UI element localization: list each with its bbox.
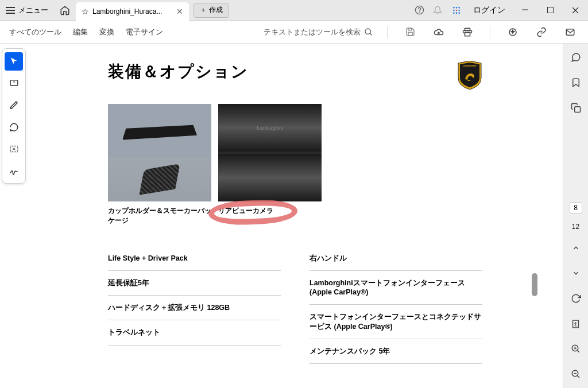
svg-point-9 bbox=[456, 12, 458, 14]
sign-tool[interactable] bbox=[5, 161, 23, 180]
svg-rect-18 bbox=[408, 32, 412, 36]
text-tool[interactable]: A bbox=[5, 139, 23, 158]
svg-rect-23 bbox=[10, 80, 18, 85]
undo-icon bbox=[9, 122, 19, 132]
svg-rect-17 bbox=[408, 28, 411, 30]
help-button[interactable] bbox=[410, 0, 428, 21]
minimize-button[interactable] bbox=[512, 0, 537, 21]
svg-point-3 bbox=[456, 7, 458, 9]
bookmarks-button[interactable] bbox=[568, 75, 584, 91]
copy-button[interactable] bbox=[568, 100, 584, 116]
hamburger-icon bbox=[6, 7, 15, 14]
help-icon bbox=[415, 5, 424, 15]
cursor-icon bbox=[9, 57, 18, 66]
search-box[interactable]: テキストまたはツールを検索 bbox=[264, 27, 373, 37]
document-viewport[interactable]: 装備＆オプション LAMBORGHINI Lamborghini bbox=[28, 44, 563, 388]
create-button[interactable]: ＋ 作成 bbox=[194, 3, 229, 18]
sparkle-icon bbox=[508, 27, 518, 37]
option-images-row: Lamborghini bbox=[108, 104, 482, 201]
tab-title: Lamborghini_Huraca... bbox=[92, 7, 173, 15]
page-down-button[interactable] bbox=[568, 265, 584, 281]
options-col-right: 右ハンドル Lamborghiniスマートフォンインターフェース (Apple … bbox=[310, 246, 482, 364]
plus-icon: ＋ bbox=[200, 5, 207, 15]
svg-line-16 bbox=[370, 33, 372, 35]
chevron-down-icon bbox=[572, 269, 580, 277]
star-icon: ☆ bbox=[82, 7, 89, 16]
current-page-input[interactable]: 8 bbox=[570, 202, 582, 214]
bookmark-icon bbox=[571, 77, 581, 88]
maximize-icon bbox=[547, 7, 554, 13]
home-button[interactable] bbox=[54, 0, 76, 21]
rotate-icon bbox=[571, 293, 581, 304]
comments-panel-button[interactable] bbox=[568, 49, 584, 65]
right-toolbar: 8 12 bbox=[563, 44, 588, 388]
search-placeholder: テキストまたはツールを検索 bbox=[264, 27, 361, 37]
total-pages: 12 bbox=[572, 223, 579, 231]
svg-line-30 bbox=[577, 350, 579, 352]
menu-label: メニュー bbox=[18, 5, 48, 15]
zoom-out-icon bbox=[571, 369, 581, 379]
link-icon bbox=[536, 27, 547, 37]
home-icon bbox=[60, 5, 70, 15]
rotate-button[interactable] bbox=[568, 290, 584, 306]
esign-link[interactable]: 電子サイン bbox=[126, 27, 163, 37]
signature-icon bbox=[9, 166, 19, 176]
svg-point-10 bbox=[458, 12, 460, 14]
svg-point-1 bbox=[419, 12, 420, 13]
save-icon bbox=[405, 27, 415, 37]
convert-link[interactable]: 変換 bbox=[99, 27, 114, 37]
cupholder-caption: カップホルダー＆スモーカーパッケージ bbox=[108, 206, 211, 226]
svg-point-7 bbox=[458, 9, 460, 11]
svg-text:LAMBORGHINI: LAMBORGHINI bbox=[463, 65, 477, 67]
svg-point-8 bbox=[453, 12, 455, 14]
document-page: 装備＆オプション LAMBORGHINI Lamborghini bbox=[28, 44, 563, 381]
chevron-up-icon bbox=[572, 244, 580, 252]
option-item: 右ハンドル bbox=[310, 246, 482, 271]
notification-button[interactable] bbox=[428, 0, 447, 21]
undo-tool[interactable] bbox=[5, 118, 23, 136]
svg-line-34 bbox=[577, 375, 579, 378]
options-col-left: Life Style + Driver Pack 延長保証5年 ハードディスク＋… bbox=[108, 246, 281, 364]
comment-tool[interactable] bbox=[5, 74, 23, 92]
page-up-button[interactable] bbox=[568, 240, 584, 256]
print-button[interactable] bbox=[459, 27, 476, 37]
close-icon bbox=[572, 7, 579, 14]
login-button[interactable]: ログイン bbox=[466, 5, 512, 15]
draw-tool[interactable] bbox=[5, 96, 23, 114]
option-item: Lamborghiniスマートフォンインターフェース (Apple CarPla… bbox=[310, 271, 482, 305]
maximize-button[interactable] bbox=[537, 0, 563, 21]
ai-button[interactable] bbox=[504, 27, 521, 37]
select-tool[interactable] bbox=[5, 52, 23, 71]
option-item: 延長保証5年 bbox=[108, 271, 281, 296]
svg-point-15 bbox=[365, 29, 370, 34]
menu-button[interactable]: メニュー bbox=[0, 0, 54, 21]
tab-close-button[interactable]: ✕ bbox=[176, 7, 183, 16]
copy-icon bbox=[571, 103, 581, 113]
apps-button[interactable] bbox=[447, 0, 466, 21]
zoom-in-button[interactable] bbox=[568, 341, 584, 357]
grid-icon bbox=[452, 6, 461, 15]
save-button[interactable] bbox=[401, 27, 419, 37]
svg-point-2 bbox=[453, 7, 455, 9]
svg-rect-20 bbox=[465, 32, 470, 36]
cloud-button[interactable] bbox=[430, 27, 447, 37]
chat-icon bbox=[571, 52, 581, 63]
text-box-icon: A bbox=[9, 144, 19, 154]
svg-point-6 bbox=[456, 9, 458, 11]
page-fit-button[interactable] bbox=[568, 316, 584, 332]
svg-rect-27 bbox=[574, 107, 580, 112]
mail-button[interactable] bbox=[562, 27, 579, 37]
create-label: 作成 bbox=[209, 5, 223, 15]
document-tab[interactable]: ☆ Lamborghini_Huraca... ✕ bbox=[76, 2, 189, 21]
titlebar: メニュー ☆ Lamborghini_Huraca... ✕ ＋ 作成 ログイン bbox=[0, 0, 588, 21]
zoom-out-button[interactable] bbox=[568, 366, 584, 382]
all-tools-link[interactable]: すべてのツール bbox=[9, 27, 61, 37]
link-button[interactable] bbox=[533, 27, 550, 37]
main-toolbar: すべてのツール 編集 変換 電子サイン テキストまたはツールを検索 bbox=[0, 21, 588, 44]
lamborghini-logo: LAMBORGHINI bbox=[457, 61, 482, 90]
svg-point-4 bbox=[458, 7, 460, 9]
edit-link[interactable]: 編集 bbox=[73, 27, 88, 37]
rearview-caption: リアビューカメラ bbox=[218, 206, 322, 226]
scrollbar-thumb[interactable] bbox=[532, 273, 537, 296]
close-window-button[interactable] bbox=[563, 0, 588, 21]
